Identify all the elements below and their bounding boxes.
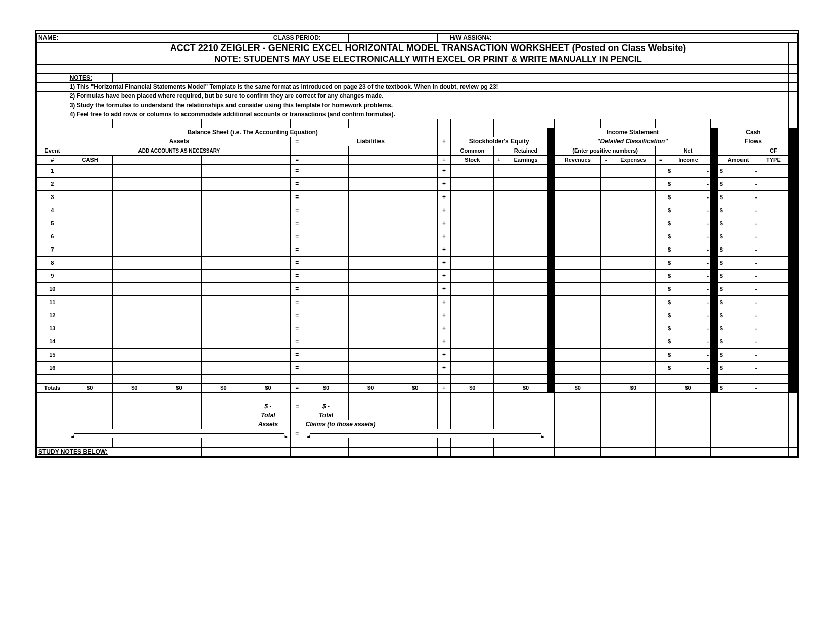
cell[interactable]: [504, 309, 547, 322]
cell[interactable]: [759, 256, 789, 269]
cell[interactable]: [68, 361, 112, 374]
cell[interactable]: [393, 335, 437, 348]
cell[interactable]: [68, 256, 112, 269]
cell[interactable]: [68, 190, 112, 204]
cell[interactable]: [611, 269, 656, 282]
cell[interactable]: [611, 335, 656, 348]
cell[interactable]: [157, 177, 201, 190]
cell[interactable]: [157, 322, 201, 335]
cell[interactable]: [201, 190, 246, 204]
cell[interactable]: [246, 269, 291, 282]
cell[interactable]: [393, 269, 437, 282]
cell[interactable]: [348, 204, 393, 217]
cell[interactable]: [201, 204, 246, 217]
cell[interactable]: [611, 361, 656, 374]
cell[interactable]: [759, 269, 789, 282]
cell[interactable]: [201, 295, 246, 309]
cell[interactable]: [611, 177, 656, 190]
cell[interactable]: [112, 295, 157, 309]
cell[interactable]: [451, 243, 494, 256]
cell[interactable]: [759, 204, 789, 217]
cell[interactable]: [393, 295, 437, 309]
cell[interactable]: [112, 204, 157, 217]
cell[interactable]: [112, 256, 157, 269]
cell[interactable]: [304, 230, 348, 243]
cell[interactable]: [393, 243, 437, 256]
cell[interactable]: [157, 164, 201, 177]
cell[interactable]: [451, 295, 494, 309]
cell[interactable]: [611, 282, 656, 295]
cell[interactable]: [68, 348, 112, 361]
cell[interactable]: [68, 230, 112, 243]
cell[interactable]: [348, 282, 393, 295]
cell[interactable]: [451, 164, 494, 177]
cell[interactable]: [348, 335, 393, 348]
cell[interactable]: [504, 164, 547, 177]
cell[interactable]: [759, 190, 789, 204]
cell[interactable]: [759, 243, 789, 256]
cell[interactable]: [201, 348, 246, 361]
cell[interactable]: [68, 164, 112, 177]
cell[interactable]: [611, 230, 656, 243]
cell[interactable]: [759, 309, 789, 322]
cell[interactable]: [112, 243, 157, 256]
cell[interactable]: [348, 217, 393, 230]
cell[interactable]: [504, 269, 547, 282]
cell[interactable]: [201, 309, 246, 322]
cell[interactable]: [348, 190, 393, 204]
cell[interactable]: [246, 230, 291, 243]
cell[interactable]: [157, 269, 201, 282]
cell[interactable]: [157, 217, 201, 230]
cell[interactable]: [201, 322, 246, 335]
cell[interactable]: [157, 361, 201, 374]
cell[interactable]: [554, 282, 600, 295]
cell[interactable]: [348, 256, 393, 269]
cell[interactable]: [504, 295, 547, 309]
cell[interactable]: [504, 230, 547, 243]
cell[interactable]: [246, 309, 291, 322]
cell[interactable]: [451, 269, 494, 282]
cell[interactable]: [554, 295, 600, 309]
cell[interactable]: [304, 295, 348, 309]
cell[interactable]: [246, 361, 291, 374]
cell[interactable]: [451, 361, 494, 374]
cell[interactable]: [112, 335, 157, 348]
cell[interactable]: [112, 309, 157, 322]
cell[interactable]: [759, 322, 789, 335]
cell[interactable]: [246, 177, 291, 190]
cell[interactable]: [504, 282, 547, 295]
cell[interactable]: [554, 269, 600, 282]
cell[interactable]: [304, 269, 348, 282]
cell[interactable]: [393, 164, 437, 177]
cell[interactable]: [201, 256, 246, 269]
cell[interactable]: [759, 217, 789, 230]
cell[interactable]: [504, 256, 547, 269]
cell[interactable]: [611, 204, 656, 217]
cell[interactable]: [759, 361, 789, 374]
cell[interactable]: [68, 282, 112, 295]
cell[interactable]: [201, 361, 246, 374]
cell[interactable]: [304, 217, 348, 230]
cell[interactable]: [504, 361, 547, 374]
cell[interactable]: [112, 361, 157, 374]
cell[interactable]: [157, 230, 201, 243]
cell[interactable]: [157, 204, 201, 217]
cell[interactable]: [393, 256, 437, 269]
cell[interactable]: [611, 256, 656, 269]
cell[interactable]: [157, 309, 201, 322]
cell[interactable]: [554, 256, 600, 269]
cell[interactable]: [554, 217, 600, 230]
cell[interactable]: [157, 348, 201, 361]
cell[interactable]: [68, 217, 112, 230]
cell[interactable]: [451, 335, 494, 348]
cell[interactable]: [451, 177, 494, 190]
cell[interactable]: [348, 164, 393, 177]
cell[interactable]: [246, 256, 291, 269]
cell[interactable]: [112, 269, 157, 282]
cell[interactable]: [348, 322, 393, 335]
cell[interactable]: [451, 348, 494, 361]
cell[interactable]: [246, 190, 291, 204]
cell[interactable]: [201, 269, 246, 282]
cell[interactable]: [304, 177, 348, 190]
cell[interactable]: [157, 190, 201, 204]
